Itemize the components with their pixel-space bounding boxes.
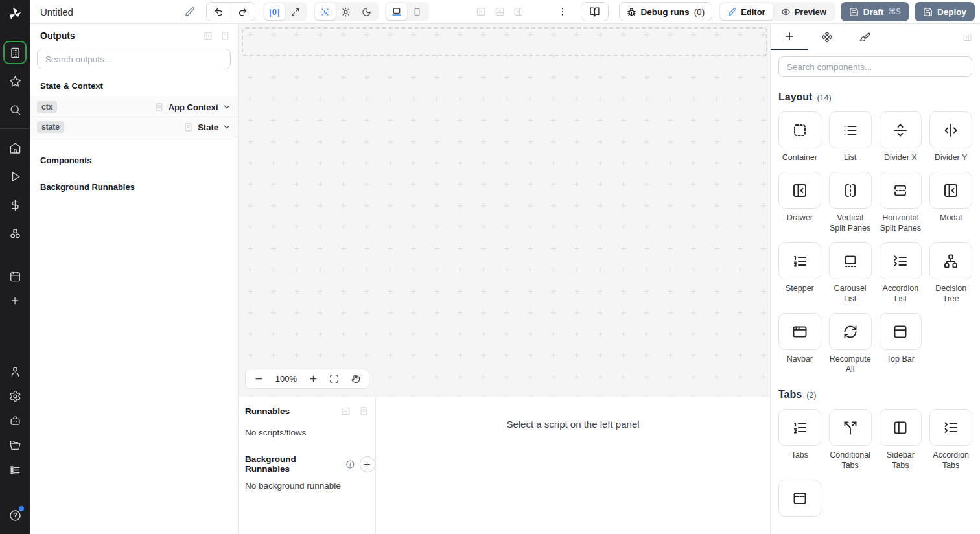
nav-variables-button[interactable]	[4, 194, 26, 216]
docs-button[interactable]	[581, 2, 609, 21]
gear-icon	[9, 390, 21, 402]
sidebar-tabs-icon	[892, 420, 908, 435]
hand-icon	[351, 374, 360, 384]
component-card-box	[929, 409, 972, 446]
workers-icon	[9, 415, 21, 427]
component-grid-tabs: TabsConditional TabsSidebar TabsAccordio…	[778, 409, 972, 520]
component-card-container[interactable]: Container	[778, 111, 821, 163]
debug-runs-button[interactable]: Debug runs (0)	[619, 2, 713, 21]
toggle-left-panel-button[interactable]	[476, 6, 486, 17]
topbar: Untitled |0|	[30, 0, 980, 24]
windmill-logo[interactable]	[0, 0, 30, 29]
nav-search-button[interactable]	[4, 99, 26, 121]
desktop-view-button[interactable]	[386, 3, 407, 20]
runnables-doc-button[interactable]	[359, 406, 369, 416]
output-row-ctx[interactable]: ctxApp Context	[30, 97, 238, 117]
nav-settings-button[interactable]	[4, 385, 26, 407]
canvas-dropzone[interactable]	[242, 27, 767, 56]
panel-left-icon	[476, 6, 486, 17]
component-card-recompute-all[interactable]: Recompute All	[829, 313, 872, 375]
component-card-vertical-split-panes[interactable]: Vertical Split Panes	[829, 172, 872, 233]
zoom-reset-button[interactable]: |0|	[264, 3, 285, 20]
components-icon	[821, 31, 833, 43]
component-card-top-bar[interactable]: Top Bar	[880, 313, 922, 375]
nav-apps-button[interactable]	[4, 41, 26, 64]
component-card-modal[interactable]: Modal	[929, 172, 972, 233]
deploy-label: Deploy	[937, 7, 966, 17]
nav-logs-button[interactable]	[4, 459, 26, 481]
component-card-navbar[interactable]: Navbar	[778, 313, 821, 375]
editor-tab[interactable]: Editor	[720, 3, 773, 20]
accordion-tabs-icon	[943, 420, 959, 435]
nav-add-button[interactable]	[4, 290, 26, 312]
component-card-sidebar-tabs[interactable]: Sidebar Tabs	[880, 409, 922, 470]
rename-app-button[interactable]	[185, 6, 195, 17]
accordion-list-icon	[892, 253, 908, 269]
undo-icon	[214, 7, 224, 17]
tab-component-settings[interactable]	[808, 24, 846, 50]
conditional-tabs-icon	[843, 420, 858, 435]
theme-dark-button[interactable]	[356, 3, 377, 20]
home-icon	[9, 142, 21, 154]
component-card-accordion-list[interactable]: Accordion List	[880, 242, 922, 304]
component-card-divider-y[interactable]: Divider Y	[929, 111, 972, 163]
nav-help-button[interactable]	[4, 504, 26, 526]
runnables-empty-text: No scripts/flows	[245, 428, 375, 437]
preview-tab[interactable]: Preview	[773, 3, 834, 20]
collapse-components-panel-button[interactable]	[962, 24, 980, 50]
section-header-tabs: Tabs(2)	[778, 389, 972, 400]
panel-collapse-icon	[341, 406, 351, 416]
component-card-drawer[interactable]: Drawer	[778, 172, 821, 233]
redo-button[interactable]	[231, 3, 255, 21]
undo-button[interactable]	[207, 3, 231, 21]
app-canvas[interactable]: 100%	[239, 24, 770, 397]
debug-runs-count: (0)	[694, 7, 705, 17]
add-background-runnable-button[interactable]	[360, 456, 375, 472]
device-group	[385, 2, 429, 21]
nav-resources-button[interactable]	[4, 222, 26, 244]
tab-global-styling[interactable]	[846, 24, 883, 50]
outputs-doc-button[interactable]	[220, 31, 230, 41]
tab-insert-component[interactable]	[771, 24, 808, 50]
carousel-icon	[843, 253, 858, 269]
fullscreen-canvas-button[interactable]	[285, 3, 306, 20]
output-row-state[interactable]: stateState	[30, 117, 238, 137]
zoom-reset-glyph: |0|	[269, 7, 281, 17]
component-card-stepper[interactable]: Stepper	[778, 242, 821, 304]
outputs-search-input[interactable]	[45, 54, 222, 64]
theme-auto-button[interactable]	[315, 3, 336, 20]
component-card-box	[829, 111, 872, 148]
component-card-partial[interactable]	[778, 480, 821, 520]
component-card-decision-tree[interactable]: Decision Tree	[929, 242, 972, 304]
fit-view-button[interactable]	[329, 374, 339, 384]
mobile-view-button[interactable]	[407, 3, 428, 20]
component-card-list[interactable]: List	[829, 111, 872, 163]
nav-favorites-button[interactable]	[4, 70, 26, 92]
component-card-carousel-list[interactable]: Carousel List	[829, 242, 872, 304]
pan-tool-button[interactable]	[351, 374, 360, 384]
component-card-divider-x[interactable]: Divider X	[880, 111, 922, 163]
component-card-conditional-tabs[interactable]: Conditional Tabs	[829, 409, 872, 470]
components-header: Components	[30, 156, 238, 165]
nav-account-button[interactable]	[4, 360, 26, 382]
deploy-button[interactable]: Deploy	[915, 2, 975, 21]
component-card-tabs[interactable]: Tabs	[778, 409, 821, 470]
nav-runs-button[interactable]	[4, 165, 26, 187]
collapse-outputs-button[interactable]	[203, 31, 213, 41]
components-search-input[interactable]	[787, 62, 964, 72]
nav-home-button[interactable]	[4, 137, 26, 159]
nav-schedules-button[interactable]	[4, 265, 26, 287]
zoom-out-button[interactable]	[254, 374, 264, 384]
component-card-accordion-tabs[interactable]: Accordion Tabs	[929, 409, 972, 470]
nav-workers-button[interactable]	[4, 410, 26, 432]
collapse-runnables-button[interactable]	[341, 406, 351, 416]
output-type-label: App Context	[169, 102, 218, 112]
more-options-button[interactable]	[557, 6, 568, 17]
toggle-bottom-panel-button[interactable]	[495, 6, 505, 17]
draft-button[interactable]: Draft ⌘S	[841, 2, 909, 21]
theme-light-button[interactable]	[336, 3, 356, 20]
zoom-in-button[interactable]	[309, 374, 318, 384]
nav-folders-button[interactable]	[4, 434, 26, 456]
component-card-horizontal-split-panes[interactable]: Horizontal Split Panes	[880, 172, 922, 233]
toggle-right-panel-button[interactable]	[513, 6, 524, 17]
